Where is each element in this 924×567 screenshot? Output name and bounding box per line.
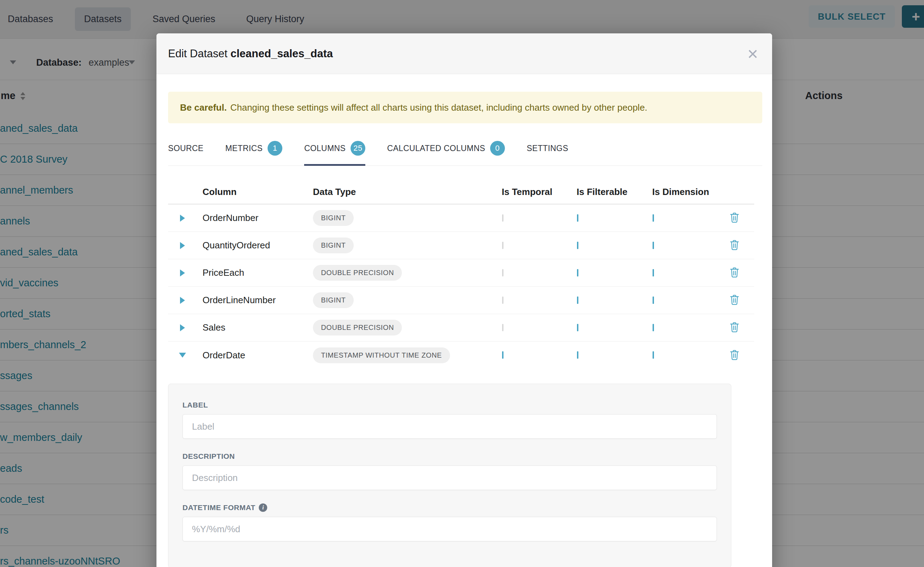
tab-count-badge: 25	[351, 141, 365, 156]
delete-column-button[interactable]	[729, 267, 740, 279]
trash-icon	[729, 267, 740, 278]
columns-table-header: Column Data Type Is Temporal Is Filterab…	[168, 180, 754, 204]
description-field-group: DESCRIPTION	[182, 452, 717, 490]
description-input[interactable]	[182, 465, 717, 490]
warning-banner: Be careful. Changing these settings will…	[168, 92, 762, 123]
is-dimension-checkbox[interactable]	[653, 324, 654, 331]
column-header: Column	[197, 186, 308, 197]
column-row: OrderNumber BIGINT	[168, 204, 754, 232]
is-dimension-checkbox[interactable]	[653, 297, 654, 304]
datetime-format-input[interactable]	[182, 517, 717, 542]
label-field-group: LABEL	[182, 401, 717, 439]
column-name: OrderNumber	[197, 213, 308, 224]
modal-body: Be careful. Changing these settings will…	[157, 74, 772, 567]
is-dimension-checkbox[interactable]	[653, 214, 654, 222]
label-input[interactable]	[182, 414, 717, 439]
is-dimension-checkbox[interactable]	[653, 269, 654, 276]
is-filterable-checkbox[interactable]	[577, 242, 578, 249]
is-dimension-checkbox[interactable]	[653, 242, 654, 249]
is-filterable-checkbox[interactable]	[577, 214, 578, 222]
expand-caret-icon[interactable]	[180, 214, 185, 222]
warning-text: Changing these settings will affect all …	[230, 102, 647, 113]
data-type-pill: BIGINT	[313, 237, 354, 253]
tab-count-badge: 0	[490, 141, 505, 156]
modal-title: Edit Dataset cleaned_sales_data	[168, 47, 333, 60]
field-label-text: DATETIME FORMAT	[182, 503, 255, 512]
tab-label: SOURCE	[168, 144, 203, 153]
datetime-format-field-group: DATETIME FORMAT i	[182, 503, 717, 542]
is-filterable-checkbox[interactable]	[577, 324, 578, 331]
tab-metrics[interactable]: METRICS1	[226, 133, 282, 166]
field-label-text: DESCRIPTION	[182, 452, 235, 460]
trash-icon	[729, 294, 740, 305]
is-filterable-checkbox[interactable]	[577, 351, 578, 358]
delete-column-button[interactable]	[729, 294, 740, 306]
delete-column-button[interactable]	[729, 212, 740, 224]
column-row: Sales DOUBLE PRECISION	[168, 314, 754, 342]
description-field-label: DESCRIPTION	[182, 452, 717, 460]
close-icon[interactable]: ×	[748, 47, 758, 61]
edit-dataset-modal: Edit Dataset cleaned_sales_data × Be car…	[157, 33, 772, 567]
modal-tabs: SOURCE METRICS1 COLUMNS25 CALCULATED COL…	[168, 133, 762, 166]
delete-column-button[interactable]	[729, 349, 740, 362]
tab-count-badge: 1	[268, 141, 282, 156]
is-filterable-checkbox[interactable]	[577, 269, 578, 276]
is-filterable-header: Is Filterable	[564, 186, 639, 197]
column-row: QuantityOrdered BIGINT	[168, 232, 754, 259]
data-type-header: Data Type	[308, 186, 489, 197]
expand-caret-icon[interactable]	[180, 270, 185, 276]
tab-source[interactable]: SOURCE	[168, 133, 203, 166]
tab-label: COLUMNS	[304, 144, 346, 153]
tab-calculated-columns[interactable]: CALCULATED COLUMNS0	[387, 133, 505, 166]
tab-label: SETTINGS	[527, 144, 568, 153]
trash-icon	[729, 349, 740, 360]
is-temporal-header: Is Temporal	[489, 186, 564, 197]
field-label-text: LABEL	[182, 401, 208, 409]
column-name: OrderDate	[197, 350, 308, 361]
column-row: OrderLineNumber BIGINT	[168, 286, 754, 314]
info-icon[interactable]: i	[259, 503, 267, 512]
data-type-pill: BIGINT	[313, 210, 354, 226]
column-name: QuantityOrdered	[197, 240, 308, 251]
column-detail-panel: LABEL DESCRIPTION DATETIME FORMAT i	[168, 384, 731, 567]
is-temporal-checkbox[interactable]	[502, 269, 504, 276]
is-temporal-checkbox[interactable]	[502, 324, 504, 331]
datetime-format-field-label: DATETIME FORMAT i	[182, 503, 717, 512]
delete-column-button[interactable]	[729, 321, 740, 334]
is-dimension-checkbox[interactable]	[653, 351, 654, 358]
delete-column-button[interactable]	[729, 239, 740, 252]
trash-icon	[729, 239, 740, 250]
modal-title-dataset-name: cleaned_sales_data	[230, 47, 333, 60]
is-filterable-checkbox[interactable]	[577, 297, 578, 304]
expand-caret-icon[interactable]	[180, 324, 185, 331]
trash-icon	[729, 212, 740, 223]
label-field-label: LABEL	[182, 401, 717, 409]
is-temporal-checkbox[interactable]	[502, 214, 504, 222]
column-row: PriceEach DOUBLE PRECISION	[168, 259, 754, 286]
is-temporal-checkbox[interactable]	[502, 351, 504, 358]
data-type-pill: DOUBLE PRECISION	[313, 320, 402, 336]
column-name: Sales	[197, 322, 308, 333]
column-name: OrderLineNumber	[197, 295, 308, 306]
data-type-pill: TIMESTAMP WITHOUT TIME ZONE	[313, 347, 450, 363]
column-name: PriceEach	[197, 267, 308, 278]
tab-columns[interactable]: COLUMNS25	[304, 133, 365, 166]
is-temporal-checkbox[interactable]	[502, 297, 504, 304]
data-type-pill: DOUBLE PRECISION	[313, 265, 402, 281]
columns-table: Column Data Type Is Temporal Is Filterab…	[168, 180, 754, 369]
is-dimension-header: Is Dimension	[639, 186, 715, 197]
warning-bold: Be careful.	[180, 102, 227, 113]
tab-settings[interactable]: SETTINGS	[527, 133, 568, 166]
is-temporal-checkbox[interactable]	[502, 242, 504, 249]
expand-caret-icon[interactable]	[180, 242, 185, 249]
tab-label: METRICS	[226, 144, 263, 153]
trash-icon	[729, 321, 740, 333]
modal-title-prefix: Edit Dataset	[168, 47, 230, 60]
screen: Databases Datasets Saved Queries Query H…	[0, 0, 924, 567]
modal-header: Edit Dataset cleaned_sales_data ×	[157, 33, 772, 74]
expand-caret-icon[interactable]	[180, 297, 185, 304]
expand-caret-icon[interactable]	[179, 353, 186, 358]
column-row: OrderDate TIMESTAMP WITHOUT TIME ZONE	[168, 342, 754, 369]
tab-label: CALCULATED COLUMNS	[387, 144, 485, 153]
data-type-pill: BIGINT	[313, 292, 354, 308]
